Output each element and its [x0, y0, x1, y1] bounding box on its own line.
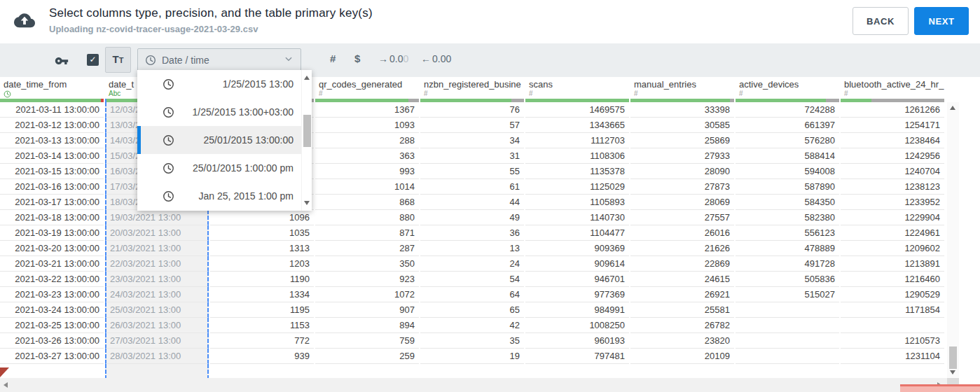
horizontal-scrollbar[interactable] [0, 378, 947, 392]
date-format-option[interactable]: 25/01/2015 1:00:00 pm [137, 154, 301, 182]
table-cell: 1213891 [841, 256, 944, 272]
table-row: 2021-03-23 13:00:0024/03/2021 13:0013341… [0, 287, 944, 302]
column-header-active_devices[interactable]: active_devices# [736, 77, 839, 99]
table-cell: 30585 [630, 118, 734, 133]
table-cell: 871 [315, 225, 419, 241]
column-header-date_time_from[interactable]: date_time_from [0, 77, 104, 99]
table-cell: 55 [420, 164, 524, 179]
table-cell: 1240704 [841, 164, 944, 179]
type-dropdown-button[interactable]: Date / time [137, 48, 301, 71]
column-header-manual_entries[interactable]: manual_entries# [630, 77, 734, 99]
table-cell: 984991 [525, 302, 629, 318]
back-button[interactable]: BACK [853, 7, 909, 35]
table-cell: 27/03/2021 13:00 [105, 333, 209, 349]
table-cell: 259 [315, 349, 419, 364]
table-cell: 26782 [630, 318, 734, 333]
table-cell: 42 [420, 318, 524, 333]
table-cell: 1195 [210, 302, 314, 318]
table-cell: 880 [315, 210, 419, 225]
primary-key-icon[interactable] [55, 54, 69, 71]
table-cell: 1093 [315, 118, 419, 133]
arrow-right-icon [378, 53, 388, 64]
table-cell: 1140730 [525, 210, 629, 225]
table-row: 2021-03-24 13:00:0025/03/2021 13:0011959… [0, 302, 944, 318]
vertical-scrollbar[interactable] [947, 102, 959, 378]
column-header-scans[interactable]: scans# [525, 77, 629, 99]
table-cell: 1105893 [525, 195, 629, 210]
column-name: qr_codes_generated [315, 77, 419, 90]
table-cell: 31 [420, 148, 524, 164]
table-cell [210, 364, 314, 379]
column-header-nzbn_registered_busine[interactable]: nzbn_registered_busine# [420, 77, 524, 99]
text-type-button[interactable]: TT [105, 47, 131, 73]
table-cell [736, 302, 839, 318]
column-header-qr_codes_generated[interactable]: qr_codes_generated# [315, 77, 419, 99]
table-cell: 1014 [315, 179, 419, 195]
scroll-left-arrow-icon[interactable] [4, 382, 8, 388]
increase-precision-button[interactable]: 0.00 [378, 53, 408, 64]
table-row: 2021-03-21 13:00:0022/03/2021 13:0012033… [0, 256, 944, 272]
arrow-left-icon [421, 53, 431, 64]
table-cell: 21/03/2021 13:00 [105, 241, 209, 256]
date-format-option[interactable]: 25/01/2015 13:00:00 [137, 126, 301, 154]
table-cell [736, 349, 839, 364]
column-header-bluetooth_active_24_hr_[interactable]: bluetooth_active_24_hr_# [841, 77, 944, 99]
date-format-option[interactable]: 1/25/2015 13:00 [137, 70, 301, 98]
table-cell: 1334 [210, 287, 314, 302]
scroll-down-arrow-icon[interactable] [304, 201, 310, 205]
table-cell: 22/03/2021 13:00 [105, 256, 209, 272]
table-row: 2021-03-25 13:00:0026/03/2021 13:0011538… [0, 318, 944, 333]
dropdown-scrollbar-thumb[interactable] [303, 115, 311, 147]
table-cell: 868 [315, 195, 419, 210]
table-cell: 1313 [210, 241, 314, 256]
scroll-up-arrow-icon[interactable] [304, 76, 310, 80]
table-cell: 25869 [630, 133, 734, 148]
table-cell: 977369 [525, 287, 629, 302]
table-cell: 1254171 [841, 118, 944, 133]
csv-upload-column-setup-screen: Select columns type, precision, and the … [0, 0, 980, 392]
table-cell: 939 [210, 349, 314, 364]
date-format-option-label: 1/25/2015 13:00 [174, 78, 301, 90]
table-cell: 1261266 [841, 102, 944, 118]
include-column-checkbox[interactable] [87, 54, 99, 66]
dropdown-scrollbar[interactable] [301, 70, 312, 211]
date-format-dropdown-panel: 1/25/2015 13:001/25/2015 13:00+03:0025/0… [137, 70, 312, 211]
table-cell [736, 318, 839, 333]
table-cell: 1171854 [841, 302, 944, 318]
table-cell: 19 [420, 349, 524, 364]
table-cell: 64 [420, 287, 524, 302]
decrease-precision-button[interactable]: 0.00 [421, 53, 451, 64]
currency-type-button[interactable]: $ [354, 52, 360, 64]
table-cell: 907 [315, 302, 419, 318]
table-cell: 54 [420, 272, 524, 287]
table-cell: 28090 [630, 164, 734, 179]
next-button[interactable]: NEXT [914, 7, 969, 35]
table-row: 2021-03-18 13:00:0019/03/2021 13:0010968… [0, 210, 944, 225]
table-cell: 594008 [736, 164, 839, 179]
date-format-option[interactable]: Jan 25, 2015 1:00 pm [137, 182, 301, 210]
table-cell: 28069 [630, 195, 734, 210]
scroll-down-arrow-icon[interactable] [950, 370, 955, 374]
vertical-scrollbar-thumb[interactable] [949, 346, 957, 369]
date-format-option-label: 25/01/2015 1:00:00 pm [174, 162, 301, 174]
number-type-button[interactable]: # [330, 52, 336, 64]
date-format-option[interactable]: 1/25/2015 13:00+03:00 [137, 98, 301, 126]
table-cell: 25/03/2021 13:00 [105, 302, 209, 318]
table-cell: 1112703 [525, 133, 629, 148]
table-cell: 1224961 [841, 225, 944, 241]
table-cell: 2021-03-19 13:00:00 [0, 225, 104, 241]
date-format-option-label: 25/01/2015 13:00:00 [174, 134, 301, 146]
table-cell [736, 333, 839, 349]
table-cell: 24/03/2021 13:00 [105, 287, 209, 302]
table-cell: 26/03/2021 13:00 [105, 318, 209, 333]
table-cell [315, 364, 419, 379]
column-name: date_time_from [0, 77, 104, 90]
table-cell [841, 364, 944, 379]
scroll-up-arrow-icon[interactable] [950, 106, 955, 110]
table-cell: 960193 [525, 333, 629, 349]
table-cell: 909614 [525, 256, 629, 272]
table-cell: 19/03/2021 13:00 [105, 210, 209, 225]
format-option-list: 1/25/2015 13:001/25/2015 13:00+03:0025/0… [137, 70, 301, 211]
table-cell: 724288 [736, 102, 839, 118]
table-cell: 2021-03-16 13:00:00 [0, 179, 104, 195]
